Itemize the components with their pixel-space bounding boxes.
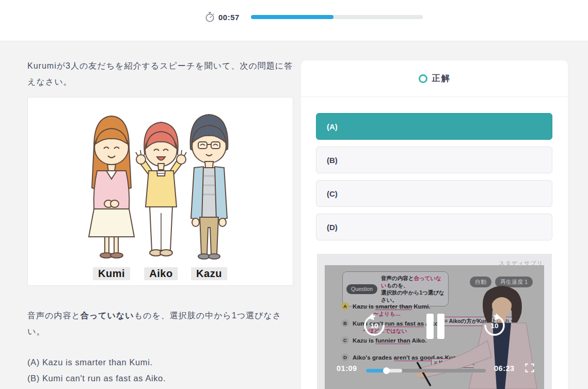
fullscreen-icon[interactable] [525, 363, 534, 372]
top-bar: 00:57 [0, 0, 588, 41]
illustration-card: Kumi Aiko Kazu [27, 97, 293, 286]
option-c-text: (C) Kazu is funnier than Aiko. [27, 386, 293, 389]
question-bold: 合っていない [81, 311, 134, 320]
video-player[interactable]: Question 音声の内容と合っていないものを、 選択肢の中から1つ選びなさい… [325, 265, 544, 389]
answer-buttons: (A) (B) (C) (D) [301, 97, 568, 240]
total-time: 06:23 [494, 364, 515, 372]
svg-text:10: 10 [370, 322, 378, 330]
correct-circle-icon [419, 74, 427, 83]
current-time: 01:09 [337, 364, 357, 372]
three-friends-illustration [28, 98, 293, 264]
answer-panel: 正解 (A) (B) (C) (D) スタディサプリ Question 音声の内… [301, 60, 568, 389]
answer-button-d[interactable]: (D) [316, 214, 552, 240]
result-label: 正解 [432, 73, 451, 84]
timer-value: 00:57 [218, 13, 240, 22]
intro-text: Kurumiが3人の友だちを紹介するスピーチを聞いて、次の問題に答えなさい。 [27, 58, 293, 90]
skip-forward-10-button[interactable]: 10 [483, 314, 506, 337]
options-list: (A) Kazu is smarter than Kumi. (B) Kumi … [27, 354, 293, 389]
option-b-text: (B) Kumi can't run as fast as Aiko. [27, 370, 293, 386]
answer-button-b[interactable]: (B) [316, 147, 552, 173]
question-text: 音声の内容と合っていないものを、選択肢の中から1つ選びなさい。 [27, 307, 293, 339]
quiz-progress-fill [251, 15, 333, 19]
answer-button-c[interactable]: (C) [316, 180, 552, 207]
question-column: Kurumiが3人の友だちを紹介するスピーチを聞いて、次の問題に答えなさい。 [27, 58, 293, 389]
result-header: 正解 [301, 60, 568, 97]
character-label-kazu: Kazu [191, 267, 227, 280]
option-a-text: (A) Kazu is smarter than Kumi. [27, 354, 293, 370]
character-label-aiko: Aiko [144, 267, 178, 280]
skip-back-10-button[interactable]: 10 [362, 314, 386, 337]
svg-text:10: 10 [490, 322, 498, 330]
video-container: スタディサプリ Question 音声の内容と合っていないものを、 選択肢の中か… [317, 254, 552, 389]
timer-group: 00:57 [204, 11, 423, 23]
question-pre: 音声の内容と [27, 311, 81, 320]
character-label-kumi: Kumi [93, 267, 130, 280]
answer-button-a[interactable]: (A) [316, 113, 552, 140]
pause-button[interactable] [426, 314, 444, 339]
video-progress-bar[interactable] [366, 369, 486, 372]
quiz-progress-bar [251, 15, 423, 19]
stopwatch-icon [204, 11, 215, 23]
